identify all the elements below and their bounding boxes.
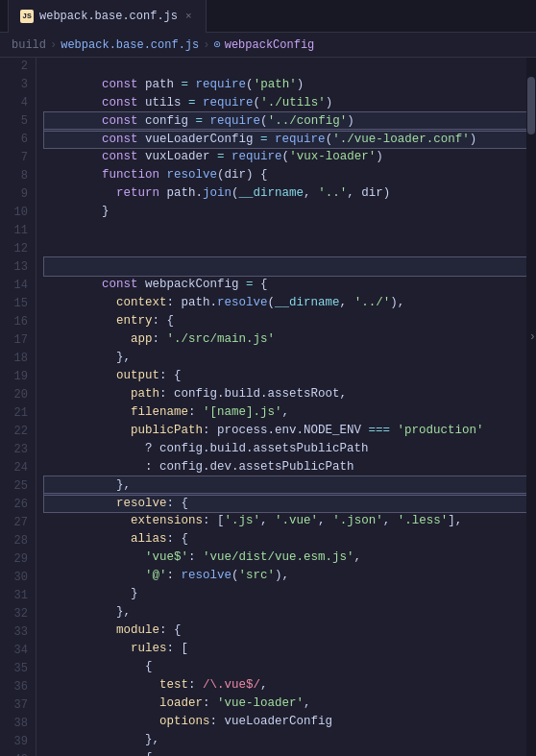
line-num-19: 19 bbox=[8, 368, 28, 386]
code-line-33: rules: [ bbox=[44, 622, 528, 640]
code-line-11 bbox=[44, 221, 528, 239]
code-line-8: return path.join(__dirname, '..', dir) bbox=[44, 166, 528, 184]
line-num-25: 25 bbox=[8, 477, 28, 496]
file-type-icon: JS bbox=[20, 10, 34, 23]
line-num-35: 35 bbox=[8, 660, 28, 678]
line-num-40: 40 bbox=[8, 751, 28, 756]
code-line-7: function resolve(dir) { bbox=[44, 148, 528, 166]
line-num-32: 32 bbox=[8, 605, 28, 623]
code-line-37: options: vueLoaderConfig bbox=[44, 695, 528, 713]
line-num-23: 23 bbox=[8, 441, 28, 459]
line-num-39: 39 bbox=[8, 733, 28, 751]
line-num-26: 26 bbox=[8, 496, 28, 514]
code-editor: 2 3 4 5 6 7 8 9 10 11 12 13 14 15 16 17 … bbox=[0, 58, 536, 756]
code-line-27: alias: { bbox=[44, 512, 528, 530]
line-num-27: 27 bbox=[8, 514, 28, 532]
line-num-9: 9 bbox=[8, 185, 28, 204]
line-num-21: 21 bbox=[8, 404, 28, 423]
line-num-28: 28 bbox=[8, 532, 28, 550]
line-num-22: 22 bbox=[8, 423, 28, 441]
code-line-6: const vuxLoader = require('vux-loader') bbox=[44, 130, 528, 148]
line-num-36: 36 bbox=[8, 678, 28, 696]
line-num-20: 20 bbox=[8, 386, 28, 404]
code-line-17: }, bbox=[44, 330, 528, 349]
code-line-15: entry: { bbox=[44, 294, 528, 312]
line-num-34: 34 bbox=[8, 642, 28, 660]
scrollbar[interactable]: › bbox=[526, 58, 536, 756]
active-tab[interactable]: JS webpack.base.conf.js × bbox=[8, 0, 207, 33]
scrollbar-thumb[interactable] bbox=[527, 77, 535, 134]
code-line-22: ? config.build.assetsPublicPath bbox=[44, 422, 528, 440]
breadcrumb-sep2: › bbox=[203, 38, 209, 52]
code-line-34: { bbox=[44, 640, 528, 658]
code-line-2: const path = require('path') bbox=[44, 58, 528, 76]
code-line-28: 'vue$': 'vue/dist/vue.esm.js', bbox=[44, 530, 528, 549]
code-line-13: const webpackConfig = { bbox=[44, 257, 528, 276]
line-num-15: 15 bbox=[8, 295, 28, 313]
breadcrumb-file: webpack.base.conf.js bbox=[61, 38, 199, 52]
line-num-37: 37 bbox=[8, 696, 28, 715]
code-line-29: '@': resolve('src'), bbox=[44, 549, 528, 567]
tab-close-button[interactable]: × bbox=[183, 9, 194, 24]
breadcrumb-symbol: webpackConfig bbox=[225, 38, 315, 52]
line-num-4: 4 bbox=[8, 94, 28, 112]
code-line-10 bbox=[44, 203, 528, 221]
code-line-30: } bbox=[44, 567, 528, 585]
code-line-16: app: './src/main.js' bbox=[44, 312, 528, 330]
breadcrumb: build › webpack.base.conf.js › ⊙ webpack… bbox=[0, 33, 536, 58]
line-num-8: 8 bbox=[8, 167, 28, 185]
line-num-5: 5 bbox=[8, 112, 28, 131]
line-num-24: 24 bbox=[8, 459, 28, 477]
code-line-3: const utils = require('./utils') bbox=[44, 76, 528, 94]
line-num-14: 14 bbox=[8, 277, 28, 295]
line-num-3: 3 bbox=[8, 76, 28, 94]
line-num-18: 18 bbox=[8, 350, 28, 368]
line-num-31: 31 bbox=[8, 587, 28, 605]
collapse-icon[interactable]: › bbox=[529, 330, 536, 344]
line-numbers: 2 3 4 5 6 7 8 9 10 11 12 13 14 15 16 17 … bbox=[0, 58, 37, 756]
code-line-18: output: { bbox=[44, 349, 528, 367]
code-line-26: extensions: ['.js', '.vue', '.json', '.l… bbox=[44, 494, 528, 512]
breadcrumb-sep1: › bbox=[50, 38, 57, 52]
line-num-33: 33 bbox=[8, 623, 28, 642]
code-line-31: }, bbox=[44, 585, 528, 603]
line-num-13: 13 bbox=[8, 258, 28, 277]
line-num-11: 11 bbox=[8, 222, 28, 240]
line-num-38: 38 bbox=[8, 715, 28, 733]
code-line-35: test: /\.vue$/, bbox=[44, 658, 528, 676]
line-num-16: 16 bbox=[8, 313, 28, 331]
code-line-38: }, bbox=[44, 713, 528, 731]
code-line-12 bbox=[44, 239, 528, 257]
breadcrumb-symbol-icon: ⊙ bbox=[213, 37, 220, 52]
breadcrumb-build: build bbox=[12, 38, 46, 52]
code-line-39: { bbox=[44, 731, 528, 749]
code-line-14: context: path.resolve(__dirname, '../'), bbox=[44, 276, 528, 294]
line-num-6: 6 bbox=[8, 131, 28, 149]
line-num-2: 2 bbox=[8, 58, 28, 76]
line-num-29: 29 bbox=[8, 550, 28, 569]
line-num-30: 30 bbox=[8, 569, 28, 587]
line-num-7: 7 bbox=[8, 149, 28, 167]
tab-filename: webpack.base.conf.js bbox=[39, 10, 178, 23]
code-content: const path = require('path') const utils… bbox=[37, 58, 536, 756]
code-line-40: test: /\.js$/, bbox=[44, 749, 528, 756]
code-line-24: }, bbox=[44, 458, 528, 476]
code-line-20: filename: '[name].js', bbox=[44, 385, 528, 403]
code-line-9: } bbox=[44, 184, 528, 203]
code-line-21: publicPath: process.env.NODE_ENV === 'pr… bbox=[44, 403, 528, 422]
line-num-12: 12 bbox=[8, 240, 28, 258]
code-line-32: module: { bbox=[44, 603, 528, 622]
code-line-36: loader: 'vue-loader', bbox=[44, 676, 528, 695]
code-line-5: const vueLoaderConfig = require('./vue-l… bbox=[44, 112, 528, 131]
code-line-4: const config = require('../config') bbox=[44, 94, 528, 112]
tab-bar: JS webpack.base.conf.js × bbox=[0, 0, 536, 33]
line-num-10: 10 bbox=[8, 204, 28, 222]
code-line-25: resolve: { bbox=[44, 476, 528, 495]
line-num-17: 17 bbox=[8, 331, 28, 350]
code-line-19: path: config.build.assetsRoot, bbox=[44, 367, 528, 385]
code-line-23: : config.dev.assetsPublicPath bbox=[44, 440, 528, 458]
